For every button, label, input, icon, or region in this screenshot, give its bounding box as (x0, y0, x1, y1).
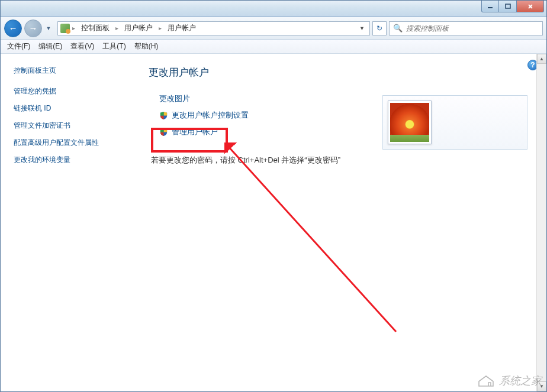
link-manage-accounts-label: 管理用户帐户 (172, 127, 218, 137)
avatar-frame (388, 101, 432, 144)
titlebar (1, 1, 546, 17)
sidebar-link-env-vars[interactable]: 更改我的环境变量 (14, 155, 124, 165)
maximize-button[interactable] (499, 1, 517, 12)
forward-button[interactable]: → (24, 20, 42, 37)
menu-view[interactable]: 查看(V) (66, 40, 98, 53)
menu-tools[interactable]: 工具(T) (98, 40, 130, 53)
breadcrumb-separator-icon: ▸ (115, 25, 118, 31)
svg-rect-0 (488, 7, 493, 8)
breadcrumb-control-panel[interactable]: 控制面板 (79, 22, 112, 34)
shield-icon (159, 111, 168, 120)
refresh-button[interactable]: ↻ (372, 21, 387, 35)
minimize-button[interactable] (481, 1, 499, 12)
link-change-picture-label: 更改图片 (159, 93, 190, 104)
sidebar-link-advanced-profile[interactable]: 配置高级用户配置文件属性 (14, 138, 124, 148)
breadcrumb: ▸ 控制面板 ▸ 用户帐户 ▸ 用户帐户 (72, 22, 198, 34)
link-change-uac-label: 更改用户帐户控制设置 (172, 110, 249, 121)
shield-icon (159, 128, 168, 137)
scroll-down-button[interactable]: ▼ (537, 381, 546, 391)
user-accounts-icon (60, 24, 70, 33)
navbar: ← → ▼ ▸ 控制面板 ▸ 用户帐户 ▸ 用户帐户 ▼ ↻ 🔍 (1, 17, 546, 40)
search-input[interactable] (406, 24, 539, 33)
sidebar-link-encryption-cert[interactable]: 管理文件加密证书 (14, 121, 124, 131)
sidebar: 控制面板主页 管理您的凭据 链接联机 ID 管理文件加密证书 配置高级用户配置文… (1, 54, 131, 391)
scroll-up-button[interactable]: ▲ (537, 54, 546, 64)
breadcrumb-user-accounts[interactable]: 用户帐户 (165, 22, 198, 34)
sidebar-link-credentials[interactable]: 管理您的凭据 (14, 86, 124, 96)
nav-history-dropdown[interactable]: ▼ (44, 22, 53, 34)
menu-help[interactable]: 帮助(H) (130, 40, 163, 53)
address-bar[interactable]: ▸ 控制面板 ▸ 用户帐户 ▸ 用户帐户 ▼ (57, 21, 370, 35)
breadcrumb-separator-icon: ▸ (159, 25, 162, 31)
page-title: 更改用户帐户 (149, 66, 529, 79)
address-dropdown-icon[interactable]: ▼ (357, 25, 367, 31)
sidebar-home-link[interactable]: 控制面板主页 (14, 66, 124, 76)
search-box[interactable]: 🔍 (389, 21, 543, 35)
control-panel-window: ← → ▼ ▸ 控制面板 ▸ 用户帐户 ▸ 用户帐户 ▼ ↻ 🔍 文件(F) 编… (0, 0, 547, 392)
window-controls (481, 1, 544, 12)
back-button[interactable]: ← (4, 20, 22, 37)
menubar: 文件(F) 编辑(E) 查看(V) 工具(T) 帮助(H) (1, 40, 546, 54)
breadcrumb-separator-icon: ▸ (72, 25, 75, 31)
vertical-scrollbar[interactable]: ▲ ▼ (536, 54, 546, 391)
menu-edit[interactable]: 编辑(E) (34, 40, 66, 53)
avatar-image (390, 103, 429, 142)
svg-rect-1 (506, 4, 510, 8)
search-icon: 🔍 (393, 24, 403, 33)
menu-file[interactable]: 文件(F) (3, 40, 34, 53)
sidebar-link-online-id[interactable]: 链接联机 ID (14, 103, 124, 114)
close-button[interactable] (517, 1, 544, 12)
account-card (382, 95, 527, 150)
breadcrumb-user-accounts-group[interactable]: 用户帐户 (122, 22, 155, 34)
password-instruction-text: 若要更改您的密码，请按 Ctrl+Alt+Del 并选择“更改密码” (151, 155, 529, 166)
